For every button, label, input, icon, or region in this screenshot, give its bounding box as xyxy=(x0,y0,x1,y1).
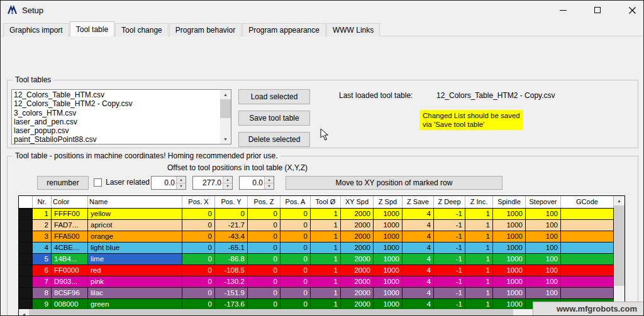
cell-z-deep[interactable]: -1 xyxy=(434,299,465,310)
cell-nr[interactable]: 8 xyxy=(33,288,52,298)
cell-z-spd[interactable]: 1000 xyxy=(374,276,402,287)
cell-z-inc[interactable]: 1 xyxy=(465,220,493,231)
cell-tool[interactable]: 1 xyxy=(311,220,341,231)
cell-tool[interactable]: 1 xyxy=(311,231,341,242)
cell-z-spd[interactable]: 1000 xyxy=(374,209,402,219)
cell-pos-a[interactable]: 0 xyxy=(280,288,311,298)
cell-z-spd[interactable]: 1000 xyxy=(374,231,402,242)
cell-nr[interactable]: 7 xyxy=(33,276,52,287)
cell-name[interactable]: lime xyxy=(88,254,182,264)
cell-pos-y[interactable]: -21.7 xyxy=(215,220,248,231)
cell-stepover[interactable]: 100 xyxy=(526,288,561,298)
cell-tool[interactable]: 1 xyxy=(311,209,341,219)
column-header-z-save[interactable]: Z Save xyxy=(402,196,434,208)
cell-xy-spd[interactable]: 2000 xyxy=(341,231,374,242)
column-header-z-spd[interactable]: Z Spd xyxy=(374,196,402,208)
list-item[interactable]: laser_and_pen.csv xyxy=(12,117,220,126)
table-row[interactable]: 514B4...lime0-86.8001200010004-111000100 xyxy=(19,254,625,265)
scrollbar-thumb[interactable] xyxy=(614,205,625,286)
cell-z-save[interactable]: 4 xyxy=(402,288,434,298)
cell-z-deep[interactable]: -1 xyxy=(434,242,465,253)
column-header-color[interactable]: Color xyxy=(52,196,88,208)
offset-z-stepper[interactable]: 0.0 ▲ ▼ xyxy=(239,176,274,190)
cell-nr[interactable]: 6 xyxy=(33,265,52,276)
cell-z-save[interactable]: 4 xyxy=(402,265,434,276)
cell-nr[interactable]: 4 xyxy=(33,242,52,253)
cell-name[interactable]: yellow xyxy=(88,209,182,219)
cell-gcode[interactable] xyxy=(561,231,614,242)
list-scrollbar[interactable]: ▲ ▼ xyxy=(220,90,231,144)
cell-gcode[interactable] xyxy=(561,254,614,264)
cell-stepover[interactable]: 100 xyxy=(526,265,561,276)
table-row[interactable]: 88C5F96lilac0-151.9001200010004-11100010… xyxy=(19,288,625,299)
tab-graphics-import[interactable]: Graphics import xyxy=(3,23,69,36)
cell-gcode[interactable] xyxy=(561,276,614,287)
cell-color[interactable]: D903... xyxy=(52,276,88,287)
cell-color[interactable]: FFFF00 xyxy=(52,209,88,219)
offset-y-value[interactable]: 277.0 xyxy=(193,177,223,189)
scrollbar-thumb[interactable] xyxy=(220,99,231,118)
list-item[interactable]: 12_Colors_Table_HTM2 - Copy.csv xyxy=(12,99,220,108)
cell-z-inc[interactable]: 1 xyxy=(465,288,493,298)
cell-pos-y[interactable]: 0 xyxy=(215,209,248,219)
cell-tool[interactable]: 1 xyxy=(311,265,341,276)
cell-spindle[interactable]: 1000 xyxy=(493,231,526,242)
cell-z-inc[interactable]: 1 xyxy=(465,254,493,264)
cell-z-spd[interactable]: 1000 xyxy=(374,299,402,310)
cell-tool[interactable]: 1 xyxy=(311,242,341,253)
tab-www-links[interactable]: WWW Links xyxy=(326,23,380,36)
cell-z-save[interactable]: 4 xyxy=(402,254,434,264)
column-header-pos-x[interactable]: Pos. X xyxy=(182,196,215,208)
offset-x-stepper[interactable]: 0.0 ▲ ▼ xyxy=(151,176,186,190)
cell-z-deep[interactable]: -1 xyxy=(434,276,465,287)
cell-stepover[interactable]: 100 xyxy=(526,220,561,231)
cell-gcode[interactable] xyxy=(561,265,614,276)
cell-name[interactable]: pink xyxy=(88,276,182,287)
cell-pos-x[interactable]: 0 xyxy=(182,254,215,264)
cell-xy-spd[interactable]: 2000 xyxy=(341,265,374,276)
tab-program-behavior[interactable]: Program behavior xyxy=(169,23,242,36)
column-header-pos-z[interactable]: Pos. Z xyxy=(248,196,280,208)
row-header[interactable] xyxy=(19,288,33,298)
tab-program-appearance[interactable]: Program appearance xyxy=(242,23,326,36)
cell-z-inc[interactable]: 1 xyxy=(465,242,493,253)
cell-z-spd[interactable]: 1000 xyxy=(374,254,402,264)
cell-nr[interactable]: 2 xyxy=(33,220,52,231)
cell-color[interactable]: FAD7... xyxy=(52,220,88,231)
cell-pos-y[interactable]: -108.5 xyxy=(215,265,248,276)
list-item[interactable]: laser_popup.csv xyxy=(12,126,220,135)
cell-stepover[interactable]: 100 xyxy=(526,276,561,287)
cell-z-deep[interactable]: -1 xyxy=(434,254,465,264)
spinner-up-icon[interactable]: ▲ xyxy=(177,177,186,183)
cell-xy-spd[interactable]: 2000 xyxy=(341,209,374,219)
cell-z-deep[interactable]: -1 xyxy=(434,209,465,219)
column-header-z-deep[interactable]: Z Deep xyxy=(434,196,465,208)
cell-pos-y[interactable]: -173.6 xyxy=(215,299,248,310)
list-item[interactable]: 12_Colors_Table_HTM.csv xyxy=(12,90,220,99)
tab-tool-table[interactable]: Tool table xyxy=(70,21,114,36)
table-row[interactable]: 3FFA500orange0-43.4001200010004-11100010… xyxy=(19,231,625,242)
maximize-button[interactable] xyxy=(587,3,608,18)
list-item[interactable]: paint_StabiloPoint88.csv xyxy=(12,135,220,144)
column-header-pos-y[interactable]: Pos. Y xyxy=(215,196,248,208)
grid-vertical-scrollbar[interactable]: ▲ ▼ xyxy=(614,196,625,309)
cell-name[interactable]: light blue xyxy=(88,242,182,253)
cell-gcode[interactable] xyxy=(561,288,614,298)
cell-pos-z[interactable]: 0 xyxy=(248,288,280,298)
offset-x-value[interactable]: 0.0 xyxy=(152,177,176,189)
cell-pos-a[interactable]: 0 xyxy=(280,242,311,253)
cell-pos-x[interactable]: 0 xyxy=(182,209,215,219)
cell-xy-spd[interactable]: 2000 xyxy=(341,220,374,231)
cell-z-save[interactable]: 4 xyxy=(402,220,434,231)
cell-spindle[interactable]: 1000 xyxy=(493,209,526,219)
cell-pos-a[interactable]: 0 xyxy=(280,276,311,287)
cell-spindle[interactable]: 1000 xyxy=(493,276,526,287)
spinner-down-icon[interactable]: ▼ xyxy=(223,183,232,190)
cell-color[interactable]: FF0000 xyxy=(52,265,88,276)
cell-pos-y[interactable]: -43.4 xyxy=(215,231,248,242)
cell-pos-z[interactable]: 0 xyxy=(248,231,280,242)
cell-pos-x[interactable]: 0 xyxy=(182,242,215,253)
cell-spindle[interactable]: 1000 xyxy=(493,242,526,253)
scroll-up-icon[interactable]: ▲ xyxy=(220,90,231,99)
cell-tool[interactable]: 1 xyxy=(311,254,341,264)
